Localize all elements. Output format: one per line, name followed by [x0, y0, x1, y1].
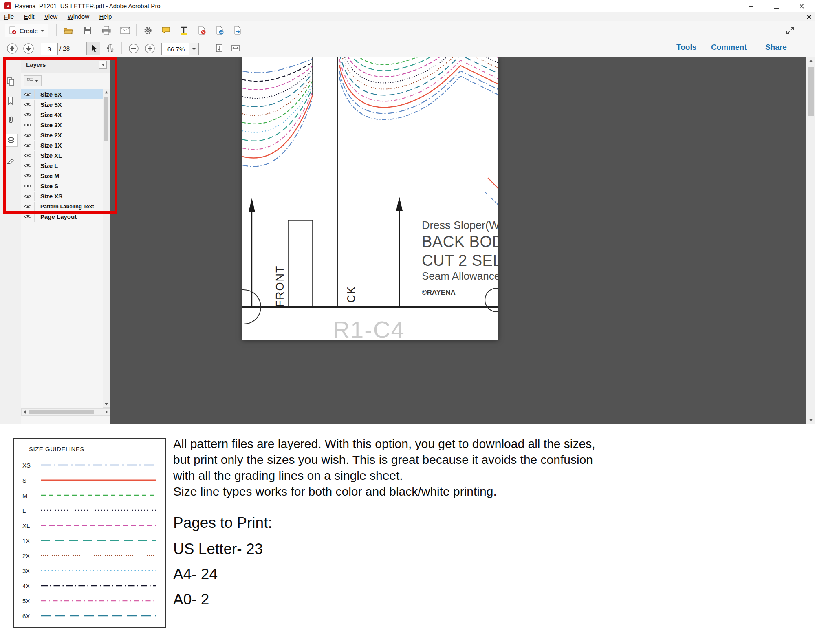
navigation-toolbar: / 28 Tools Comment Share [0, 40, 815, 57]
document-scrollbar[interactable] [806, 57, 815, 424]
highlight-text-icon [179, 26, 188, 35]
description-line: Size line types works for both color and… [173, 485, 497, 498]
select-tool-button[interactable] [86, 42, 100, 55]
document-area: Dress Sloper(Wov BACK BODI CUT 2 SELF Se… [110, 57, 806, 424]
pattern-piece-name: BACK BODI [422, 233, 498, 251]
legend-row-xl: XL [22, 520, 157, 530]
main-toolbar: Create [0, 21, 815, 40]
legend-row-1x: 1X [22, 536, 157, 545]
page-number-input[interactable] [41, 43, 58, 55]
legend-row-m: M [22, 490, 157, 500]
brand-label: ©RAYENA [422, 289, 456, 297]
close-button[interactable] [790, 0, 813, 12]
fit-width-icon [231, 44, 240, 53]
folder-open-icon [63, 26, 73, 35]
fullscreen-icon [786, 26, 795, 35]
legend-row-s: S [22, 475, 157, 485]
fullscreen-button[interactable] [784, 25, 796, 36]
page-count-label: / 28 [59, 45, 70, 52]
gear-icon [143, 26, 152, 35]
description-line: All pattern files are layered. With this… [173, 437, 595, 451]
hand-icon [106, 44, 115, 53]
plus-circle-icon [144, 43, 156, 54]
doc-restrict-icon [197, 26, 206, 35]
save-icon [83, 26, 92, 35]
panel-horizontal-scrollbar[interactable] [21, 408, 110, 416]
legend-row-l: L [22, 505, 157, 515]
menu-bar: File Edit View Window Help [0, 12, 815, 22]
scroll-up-arrow-icon[interactable] [809, 60, 813, 62]
title-bar: Rayena_P1201_US LETTER.pdf - Adobe Acrob… [0, 0, 815, 13]
zoom-level-input[interactable] [161, 43, 191, 55]
previous-page-button[interactable] [6, 42, 19, 55]
print-icon [101, 26, 111, 35]
pdf-page: Dress Sloper(Wov BACK BODI CUT 2 SELF Se… [242, 57, 498, 340]
sticky-note-button[interactable] [160, 25, 172, 36]
save-button[interactable] [82, 25, 94, 36]
menu-window[interactable]: Window [68, 12, 89, 21]
zoom-in-button[interactable] [143, 42, 156, 55]
highlight-annotation [3, 57, 117, 214]
pattern-seam-note: Seam Allowance- [422, 270, 498, 282]
fit-width-view-button[interactable] [229, 42, 242, 54]
single-page-view-button[interactable] [213, 42, 226, 54]
front-grainline-label: FRONT [274, 265, 286, 307]
menu-view[interactable]: View [44, 12, 57, 21]
page-view-icon [215, 44, 224, 53]
pages-to-print-us-letter: US Letter- 23 [173, 540, 263, 558]
menu-edit[interactable]: Edit [24, 12, 35, 21]
zoom-dropdown-button[interactable] [189, 43, 199, 55]
cursor-icon [89, 44, 98, 53]
create-label: Create [20, 27, 38, 34]
close-document-icon[interactable] [807, 15, 811, 19]
redact-button[interactable] [196, 25, 208, 36]
description-line: but print only the sizes you wish. This … [173, 453, 593, 467]
email-button[interactable] [119, 25, 131, 36]
create-caret-icon [41, 30, 44, 32]
window-title: Rayena_P1201_US LETTER.pdf - Adobe Acrob… [15, 2, 161, 9]
app-window: Rayena_P1201_US LETTER.pdf - Adobe Acrob… [0, 0, 815, 644]
send-file-button[interactable] [214, 25, 226, 36]
size-guidelines-box: SIZE GUIDELINES XS S M L XL 1X 2X 3X 4X … [13, 438, 166, 628]
scroll-down-arrow-icon[interactable] [809, 419, 813, 421]
acrobat-icon [4, 2, 11, 9]
doc-send-icon [215, 26, 224, 35]
tile-label: R1-C4 [333, 316, 405, 341]
scrollbar-thumb[interactable] [29, 410, 94, 414]
arrow-down-circle-icon [22, 42, 35, 55]
back-grainline-label: CK [345, 286, 358, 303]
minus-circle-icon [128, 43, 139, 54]
legend-row-6x: 6X [22, 611, 157, 621]
export-button[interactable] [231, 25, 244, 36]
menu-file[interactable]: File [4, 12, 14, 21]
scroll-right-arrow-icon[interactable] [106, 410, 108, 414]
print-button[interactable] [100, 25, 112, 36]
hand-tool-button[interactable] [104, 42, 117, 54]
menu-help[interactable]: Help [99, 12, 112, 21]
legend-row-4x: 4X [22, 581, 157, 591]
preferences-button[interactable] [142, 25, 154, 36]
next-page-button[interactable] [22, 42, 35, 55]
share-link[interactable]: Share [765, 43, 787, 52]
maximize-button[interactable] [764, 0, 788, 12]
pattern-title: Dress Sloper(Wov [422, 219, 498, 232]
zoom-out-button[interactable] [127, 42, 140, 55]
create-button[interactable]: Create [5, 24, 48, 37]
pages-to-print-a4: A4- 24 [173, 566, 218, 583]
legend-row-xs: XS [22, 460, 157, 470]
scrollbar-thumb[interactable] [808, 67, 814, 116]
comment-bubble-icon [161, 26, 170, 35]
open-file-button[interactable] [62, 25, 74, 36]
legend-row-5x: 5X [22, 596, 157, 606]
tools-link[interactable]: Tools [676, 43, 696, 52]
pages-to-print-title: Pages to Print: [173, 514, 272, 532]
comment-link[interactable]: Comment [711, 43, 747, 52]
legend-row-2x: 2X [22, 551, 157, 560]
highlight-text-button[interactable] [178, 25, 190, 36]
envelope-icon [120, 26, 130, 35]
legend-row-3x: 3X [22, 566, 157, 576]
scroll-down-arrow-icon[interactable] [105, 403, 108, 406]
export-icon [233, 26, 242, 35]
minimize-button[interactable] [739, 0, 763, 12]
scroll-left-arrow-icon[interactable] [24, 410, 26, 414]
